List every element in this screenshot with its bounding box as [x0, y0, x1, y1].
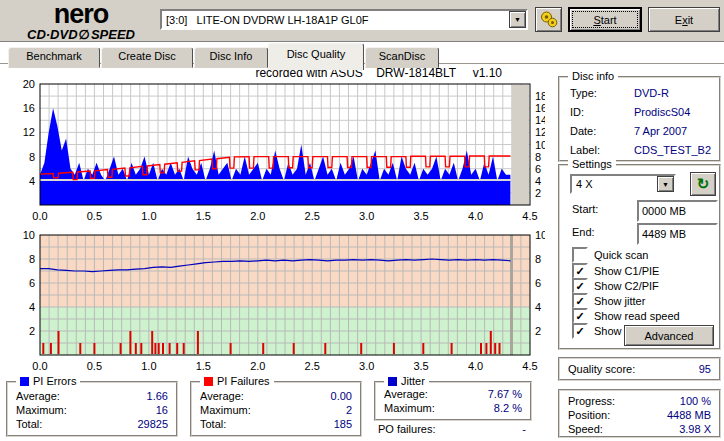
- pi-errors-maximum: 16: [156, 403, 168, 417]
- svg-text:4: 4: [535, 301, 541, 313]
- checkbox-box: ✓: [572, 293, 588, 309]
- svg-text:2.0: 2.0: [250, 210, 265, 222]
- po-failures-label: PO failures:: [378, 423, 435, 435]
- checkbox-label: Show read speed: [594, 310, 680, 322]
- logo-nero-text: nero: [6, 1, 156, 28]
- svg-text:4.5: 4.5: [522, 210, 537, 222]
- app-logo: nero CD·DVD∅SPEED: [6, 0, 156, 41]
- pi-errors-total: 29825: [137, 417, 168, 431]
- tab-scandisc[interactable]: ScanDisc: [365, 47, 439, 68]
- tab-create-disc[interactable]: Create Disc: [101, 47, 193, 68]
- checkbox-box: ✓: [572, 323, 588, 339]
- pi-failures-average: 0.00: [331, 389, 352, 403]
- end-position-input[interactable]: [637, 223, 718, 245]
- svg-text:0.5: 0.5: [87, 360, 102, 372]
- jitter-swatch: [388, 377, 397, 386]
- speed-value: 3.98 X: [679, 422, 711, 436]
- pi-errors-chart: 48121620246810121416180.00.51.01.52.02.5…: [0, 63, 545, 225]
- svg-text:10: 10: [23, 229, 35, 241]
- logo-cddvd-text: CD·DVD: [27, 27, 78, 42]
- pi-errors-group: PI Errors Average:1.66 Maximum:16 Total:…: [6, 381, 178, 437]
- svg-text:4: 4: [535, 175, 541, 187]
- quality-score-value: 95: [699, 359, 711, 379]
- svg-text:1.0: 1.0: [141, 210, 156, 222]
- svg-text:2.5: 2.5: [305, 360, 320, 372]
- po-failures-row: PO failures: -: [378, 423, 526, 435]
- svg-text:2.5: 2.5: [305, 210, 320, 222]
- svg-text:1.0: 1.0: [141, 360, 156, 372]
- disc-type-value: DVD-R: [634, 84, 669, 103]
- jitter-maximum: 8.2 %: [494, 401, 522, 415]
- svg-text:2.0: 2.0: [250, 360, 265, 372]
- start-position-input[interactable]: [637, 200, 718, 222]
- start-button[interactable]: Start: [568, 7, 642, 32]
- checkbox-show-c2-pif[interactable]: ✓Show C2/PIF: [572, 279, 659, 293]
- jitter-average: 7.67 %: [488, 387, 522, 401]
- svg-text:14: 14: [535, 114, 545, 126]
- advanced-button[interactable]: Advanced: [624, 325, 714, 346]
- refresh-button[interactable]: ↻: [690, 172, 716, 196]
- svg-text:8: 8: [29, 151, 35, 163]
- svg-text:6: 6: [535, 163, 541, 175]
- exit-button[interactable]: Exit: [648, 7, 720, 32]
- checkbox-label: Show C1/PIE: [594, 265, 659, 277]
- disc-icon: ∅: [78, 27, 91, 42]
- position-value: 4488 MB: [667, 408, 711, 422]
- end-position-row: End:: [572, 226, 595, 238]
- gears-icon: [539, 11, 559, 28]
- scan-speed-value: 4 X: [572, 178, 657, 190]
- disc-id-value: ProdiscS04: [634, 103, 690, 122]
- progress-value: 100 %: [680, 394, 711, 408]
- checkbox-show-c1-pie[interactable]: ✓Show C1/PIE: [572, 264, 659, 278]
- svg-text:4.5: 4.5: [522, 360, 537, 372]
- svg-text:20: 20: [23, 78, 35, 90]
- scan-speed-select[interactable]: 4 X ▼: [570, 174, 676, 194]
- svg-text:4: 4: [29, 301, 35, 313]
- svg-text:2: 2: [535, 187, 541, 199]
- tab-disc-quality[interactable]: Disc Quality: [268, 43, 364, 70]
- pi-errors-swatch: [20, 377, 29, 386]
- checkbox-box: [572, 247, 588, 263]
- progress-panel: Progress:100 % Position:4488 MB Speed:3.…: [558, 389, 721, 438]
- svg-text:3.0: 3.0: [359, 360, 374, 372]
- pi-failures-maximum: 2: [346, 403, 352, 417]
- start-position-label: Start:: [572, 203, 598, 215]
- svg-text:2: 2: [535, 325, 541, 337]
- settings-group: Settings 4 X ▼ ↻ Start: End: Quick scan …: [558, 164, 721, 350]
- svg-text:1.5: 1.5: [196, 210, 211, 222]
- checkbox-label: Show jitter: [594, 295, 645, 307]
- checkbox-label: Quick scan: [594, 249, 648, 261]
- checkbox-show-jitter[interactable]: ✓Show jitter: [572, 294, 645, 308]
- pi-failures-swatch: [204, 377, 213, 386]
- end-position-label: End:: [572, 226, 595, 238]
- checkbox-show-read-speed[interactable]: ✓Show read speed: [572, 309, 680, 323]
- checkbox-quick-scan[interactable]: Quick scan: [572, 248, 648, 262]
- svg-text:6: 6: [535, 277, 541, 289]
- svg-text:10: 10: [535, 139, 545, 151]
- chevron-down-icon[interactable]: ▼: [509, 11, 526, 28]
- disc-info-group: Disc info Type:DVD-R ID:ProdiscS04 Date:…: [558, 76, 721, 162]
- disc-info-title: Disc info: [568, 70, 618, 83]
- tab-disc-info[interactable]: Disc Info: [194, 47, 268, 68]
- svg-text:3.5: 3.5: [413, 360, 428, 372]
- svg-text:1.5: 1.5: [196, 360, 211, 372]
- disc-label-value: CDS_TEST_B2: [634, 141, 711, 160]
- svg-text:6: 6: [29, 277, 35, 289]
- drive-select[interactable]: [3:0] LITE-ON DVDRW LH-18A1P GL0F ▼: [160, 9, 528, 30]
- checkbox-box: ✓: [572, 263, 588, 279]
- toolbar: nero CD·DVD∅SPEED [3:0] LITE-ON DVDRW LH…: [0, 0, 724, 42]
- po-failures-value: -: [522, 423, 526, 435]
- svg-text:16: 16: [23, 102, 35, 114]
- svg-text:4.0: 4.0: [468, 210, 483, 222]
- svg-text:16: 16: [535, 102, 545, 114]
- start-position-row: Start:: [572, 203, 598, 215]
- disc-date-value: 7 Apr 2007: [634, 122, 687, 141]
- tab-benchmark[interactable]: Benchmark: [8, 47, 100, 68]
- refresh-icon: ↻: [697, 175, 710, 192]
- disc-type-row: Type:DVD-R: [560, 84, 719, 103]
- svg-text:2: 2: [29, 325, 35, 337]
- disc-options-button[interactable]: [535, 7, 562, 32]
- disc-date-row: Date:7 Apr 2007: [560, 122, 719, 141]
- chevron-down-icon[interactable]: ▼: [657, 176, 674, 192]
- quality-score-label: Quality score:: [568, 359, 635, 379]
